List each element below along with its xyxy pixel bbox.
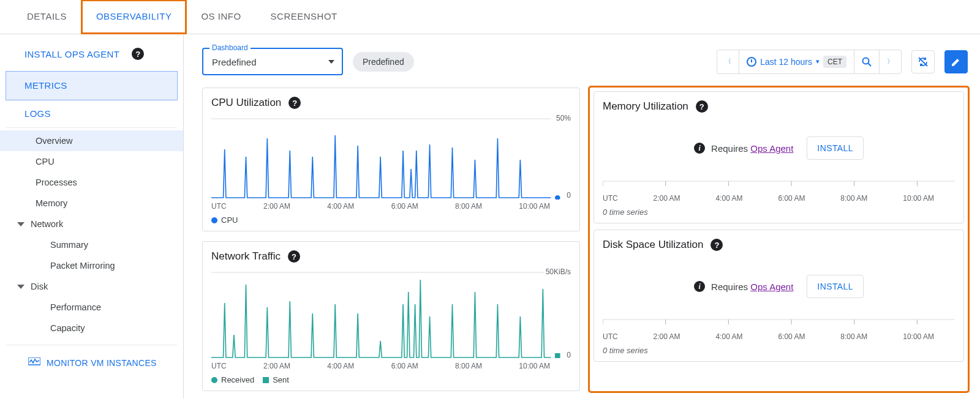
nav-packet-mirroring[interactable]: Packet Mirroring <box>0 255 183 276</box>
x-axis-labels: UTC2:00 AM4:00 AM6:00 AM8:00 AM10:00 AM <box>211 200 571 211</box>
time-next-button[interactable]: 〉 <box>880 50 901 73</box>
panel-disk-space-utilization: Disk Space Utilization ? i Requires Ops … <box>594 230 964 362</box>
chevron-left-icon: 〈 <box>725 57 731 66</box>
svg-line-3 <box>919 58 927 66</box>
svg-line-2 <box>869 63 872 66</box>
panel-memory-utilization: Memory Utilization ? i Requires Ops Agen… <box>594 91 964 223</box>
tab-screenshot[interactable]: SCREENSHOT <box>256 0 352 32</box>
timezone-badge: CET <box>823 56 846 68</box>
empty-axis <box>603 317 955 328</box>
legend: CPU <box>211 211 571 225</box>
requires-text: Requires Ops Agent <box>711 143 793 154</box>
tab-os-info[interactable]: OS INFO <box>186 0 255 32</box>
nav-disk-label: Disk <box>31 282 48 291</box>
monitor-link-text: MONITOR VM INSTANCES <box>47 358 157 368</box>
zero-time-series: 0 time series <box>603 341 955 355</box>
panel-network-traffic: Network Traffic ? 50KiB/s 0 UTC2:00 A <box>202 241 580 391</box>
chevron-down-icon <box>328 60 334 64</box>
requires-text: Requires Ops Agent <box>711 282 793 292</box>
x-axis-labels: UTC2:00 AM4:00 AM6:00 AM8:00 AM10:00 AM <box>603 330 955 341</box>
top-tabs: DETAILS OBSERVABILITY OS INFO SCREENSHOT <box>0 0 980 34</box>
time-search-button[interactable] <box>854 50 880 73</box>
nav-summary[interactable]: Summary <box>0 234 183 255</box>
ops-agent-link[interactable]: Ops Agent <box>750 282 793 292</box>
content: Dashboard Predefined Predefined 〈 Last 1… <box>184 34 980 398</box>
nav-processes[interactable]: Processes <box>0 172 183 193</box>
y-axis-max: 50% <box>556 114 571 122</box>
info-icon: i <box>694 281 705 292</box>
panel-title: Disk Space Utilization <box>603 239 703 251</box>
monitor-icon <box>28 356 40 369</box>
chevron-right-icon: 〉 <box>887 57 894 66</box>
clock-icon <box>747 57 756 67</box>
panel-title: CPU Utilization <box>211 97 281 109</box>
help-icon[interactable]: ? <box>288 97 301 109</box>
nav-cpu[interactable]: CPU <box>0 151 183 172</box>
dashboard-select-label: Dashboard <box>209 43 251 52</box>
y-axis-min: 0 <box>567 351 571 359</box>
nav-memory[interactable]: Memory <box>0 193 183 214</box>
cpu-chart <box>211 114 571 200</box>
ops-agent-link[interactable]: Ops Agent <box>750 143 793 154</box>
nav-overview[interactable]: Overview <box>0 130 183 151</box>
dashboard-chip[interactable]: Predefined <box>353 52 414 72</box>
time-range-value: Last 12 hours <box>760 57 812 67</box>
nav-network-label: Network <box>31 219 63 229</box>
x-axis-labels: UTC2:00 AM4:00 AM6:00 AM8:00 AM10:00 AM <box>603 192 955 203</box>
chevron-down-icon <box>17 285 24 289</box>
empty-axis <box>603 179 955 190</box>
install-button[interactable]: INSTALL <box>807 275 864 298</box>
auto-refresh-off-button[interactable] <box>911 50 935 73</box>
svg-point-5 <box>555 195 560 200</box>
time-range-group: 〈 Last 12 hours ▾ CET 〉 <box>717 50 902 74</box>
zero-time-series: 0 time series <box>603 203 955 217</box>
info-icon: i <box>694 143 705 154</box>
help-icon[interactable]: ? <box>696 100 708 113</box>
legend: Received Sent <box>211 370 571 384</box>
help-icon[interactable]: ? <box>288 250 300 263</box>
y-axis-min: 0 <box>567 191 571 200</box>
edit-button[interactable] <box>944 50 968 73</box>
nav-disk[interactable]: Disk <box>0 276 183 297</box>
network-chart <box>211 267 571 359</box>
chevron-down-icon: ▾ <box>816 58 820 65</box>
nav-capacity[interactable]: Capacity <box>0 318 183 338</box>
monitor-vm-instances-link[interactable]: MONITOR VM INSTANCES <box>6 345 177 380</box>
tab-details[interactable]: DETAILS <box>12 0 81 32</box>
panel-cpu-utilization: CPU Utilization ? 50% 0 UTC2:00 AM4:0 <box>202 88 580 231</box>
dashboard-select-value: Predefined <box>212 57 257 67</box>
sidebar-tab-logs[interactable]: LOGS <box>6 100 177 127</box>
pencil-icon <box>951 56 962 67</box>
help-icon[interactable]: ? <box>710 239 723 251</box>
x-axis-labels: UTC2:00 AM4:00 AM6:00 AM8:00 AM10:00 AM <box>211 359 571 370</box>
svg-point-1 <box>863 58 869 64</box>
install-button[interactable]: INSTALL <box>807 136 864 160</box>
tab-observability[interactable]: OBSERVABILITY <box>81 0 187 34</box>
sidebar-tab-metrics[interactable]: METRICS <box>6 72 177 100</box>
panel-title: Memory Utilization <box>603 100 688 113</box>
y-axis-max: 50KiB/s <box>546 267 571 276</box>
install-ops-agent-link[interactable]: INSTALL OPS AGENT <box>24 49 119 59</box>
time-prev-button[interactable]: 〈 <box>717 50 739 73</box>
nav-network[interactable]: Network <box>0 214 183 234</box>
search-icon <box>862 57 872 67</box>
chevron-down-icon <box>17 222 24 226</box>
dashboard-select[interactable]: Dashboard Predefined <box>202 48 343 75</box>
time-range-picker[interactable]: Last 12 hours ▾ CET <box>739 50 854 73</box>
svg-rect-7 <box>555 353 560 358</box>
nav-performance[interactable]: Performance <box>0 297 183 318</box>
sidebar: INSTALL OPS AGENT ? METRICS LOGS Overvie… <box>0 34 184 398</box>
help-icon[interactable]: ? <box>132 48 144 60</box>
panel-title: Network Traffic <box>211 250 281 263</box>
refresh-off-icon <box>917 56 929 68</box>
highlight-right-column: Memory Utilization ? i Requires Ops Agen… <box>590 88 968 391</box>
